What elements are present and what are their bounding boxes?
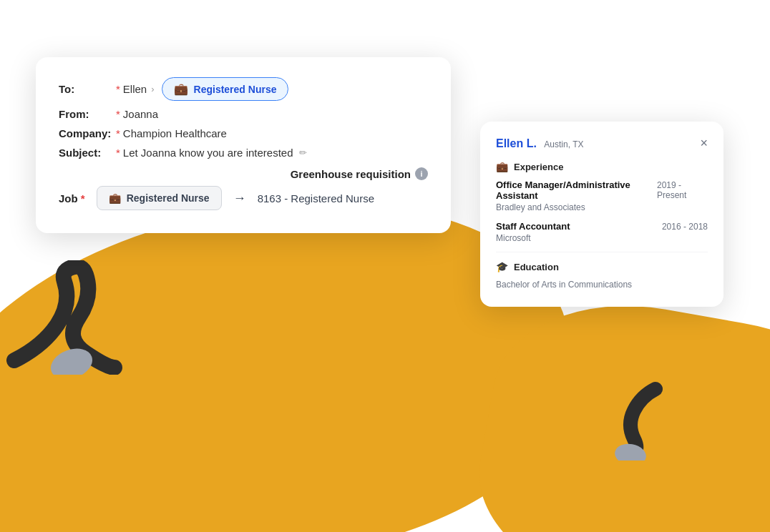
to-nurse-badge[interactable]: 💼 Registered Nurse	[162, 77, 289, 101]
job-label: Job *	[59, 192, 88, 205]
from-row: From: * Joanna	[59, 108, 428, 120]
exp-row-1: Office Manager/Administrative Assistant …	[496, 179, 708, 201]
profile-location: Austin, TX	[544, 139, 583, 149]
job-number: 8163 - Registered Nurse	[258, 192, 374, 205]
edit-icon[interactable]: ✏	[299, 147, 307, 158]
job-required: *	[81, 192, 85, 205]
education-icon: 🎓	[496, 261, 508, 272]
nurse-badge-label: Registered Nurse	[194, 84, 277, 95]
experience-section-title: 💼 Experience	[496, 161, 708, 172]
close-button[interactable]: ×	[700, 136, 708, 151]
info-icon[interactable]: i	[415, 167, 428, 180]
company-label: Company:	[59, 127, 116, 139]
greenhouse-row: Greenhouse requisition i	[59, 167, 428, 180]
job-row: Job * 💼 Registered Nurse → 8163 - Regist…	[59, 186, 428, 210]
to-label: To:	[59, 83, 116, 95]
company-row: Company: * Champion Healthcare	[59, 127, 428, 139]
job2-years: 2016 - 2018	[662, 222, 708, 232]
job-badge[interactable]: 💼 Registered Nurse	[97, 186, 222, 210]
education-degree: Bachelor of Arts in Communications	[496, 280, 708, 290]
subject-required: *	[116, 147, 120, 159]
briefcase-icon: 💼	[174, 82, 188, 96]
subject-row: Subject: * Let Joanna know you are inter…	[59, 147, 428, 159]
company-value: Champion Healthcare	[123, 127, 227, 139]
arrow-icon: →	[233, 191, 246, 206]
education-label: Education	[514, 262, 559, 272]
to-chevron: ›	[151, 84, 154, 94]
profile-header: Ellen L. Austin, TX ×	[496, 136, 708, 151]
arm-left-icon	[0, 260, 143, 375]
job-badge-label: Registered Nurse	[127, 192, 210, 204]
to-value: Ellen	[123, 83, 147, 95]
experience-icon: 💼	[496, 161, 508, 172]
job2-company: Microsoft	[496, 233, 708, 243]
greenhouse-label: Greenhouse requisition	[291, 168, 411, 180]
job1-years: 2019 - Present	[657, 180, 708, 200]
education-section-title: 🎓 Education	[496, 261, 708, 272]
job2-title: Staff Accountant	[496, 221, 570, 232]
from-required: *	[116, 108, 120, 120]
subject-value: Let Joanna know you are interested	[123, 147, 293, 159]
profile-name-block: Ellen L. Austin, TX	[496, 137, 584, 150]
arm-right-icon	[584, 375, 670, 460]
to-row: To: * Ellen › 💼 Registered Nurse	[59, 77, 428, 101]
experience-item-2: Staff Accountant 2016 - 2018 Microsoft	[496, 221, 708, 243]
profile-name: Ellen L.	[496, 137, 537, 149]
exp-row-2: Staff Accountant 2016 - 2018	[496, 221, 708, 232]
company-required: *	[116, 127, 120, 139]
job1-company: Bradley and Associates	[496, 202, 708, 212]
experience-label: Experience	[514, 162, 563, 172]
to-required: *	[116, 83, 120, 95]
job1-title: Office Manager/Administrative Assistant	[496, 179, 657, 201]
from-value: Joanna	[123, 108, 158, 120]
experience-item-1: Office Manager/Administrative Assistant …	[496, 179, 708, 212]
profile-card: Ellen L. Austin, TX × 💼 Experience Offic…	[480, 122, 723, 307]
email-card: To: * Ellen › 💼 Registered Nurse From: *…	[36, 57, 451, 233]
from-label: From:	[59, 108, 116, 120]
subject-label: Subject:	[59, 147, 116, 159]
job-briefcase-icon: 💼	[109, 192, 121, 204]
divider	[496, 252, 708, 252]
